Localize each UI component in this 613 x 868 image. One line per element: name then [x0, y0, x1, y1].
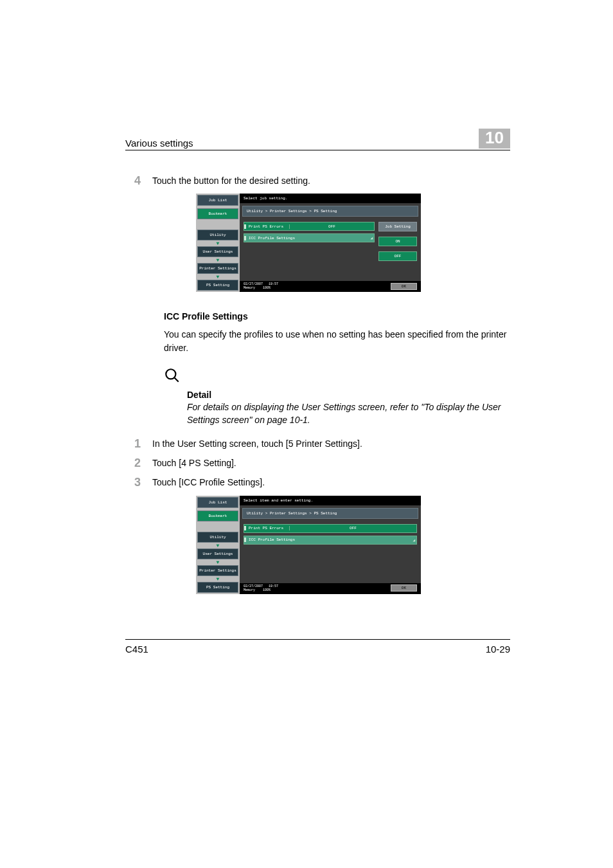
print-ps-errors-state: OFF: [289, 224, 374, 229]
step-2: 2 Touch [4 PS Setting].: [125, 457, 510, 470]
step-1: 1 In the User Setting screen, touch [5 P…: [125, 438, 510, 451]
panel-footer-meta: 02/27/2007 19:57 Memory 100%: [244, 282, 278, 290]
chevron-down-icon: ▼: [197, 559, 238, 565]
on-button[interactable]: ON: [378, 237, 417, 246]
ps-setting-button[interactable]: PS Setting: [197, 280, 238, 291]
footer-memory-label: Memory: [244, 588, 255, 592]
chevron-down-icon: ▼: [197, 240, 238, 246]
chevron-down-icon: ▼: [197, 257, 238, 263]
submenu-icon: ◢: [413, 538, 416, 543]
user-settings-button[interactable]: User Settings: [197, 246, 238, 257]
bookmark-button[interactable]: Bookmark: [197, 511, 238, 521]
magnifier-icon: [164, 367, 510, 388]
footer-model: C451: [125, 644, 148, 655]
note-text: For details on displaying the User Setti…: [187, 401, 510, 426]
job-list-button[interactable]: Job List: [197, 195, 238, 206]
footer-memory-pct: 100%: [263, 588, 271, 592]
chapter-number: 10: [479, 129, 510, 149]
step-text: Touch [ICC Profile Settings].: [152, 476, 265, 489]
step-text: In the User Setting screen, touch [5 Pri…: [152, 438, 362, 451]
printer-settings-button[interactable]: Printer Settings: [197, 565, 238, 576]
print-ps-errors-label: Print PS Errors: [244, 526, 289, 530]
icc-label: ICC Profile Settings: [244, 538, 413, 542]
page-footer: C451 10-29: [125, 639, 510, 655]
icc-profile-heading: ICC Profile Settings: [164, 311, 510, 321]
touch-panel-b: Job List Bookmark Utility ▼ User Setting…: [196, 496, 510, 594]
icc-profile-description: You can specify the profiles to use when…: [164, 328, 510, 354]
touch-panel-a: Job List Bookmark Utility ▼ User Setting…: [196, 194, 510, 292]
step-number: 1: [125, 438, 141, 451]
ok-button[interactable]: OK: [391, 584, 417, 592]
footer-page: 10-29: [486, 644, 510, 655]
svg-point-0: [166, 369, 175, 379]
breadcrumb: Utility > Printer Settings > PS Setting: [242, 508, 418, 519]
bookmark-button[interactable]: Bookmark: [197, 208, 238, 219]
job-setting-label: Job Setting: [378, 222, 417, 231]
print-ps-errors-button[interactable]: Print PS Errors OFF: [244, 524, 417, 533]
chevron-down-icon: ▼: [197, 543, 238, 548]
panel-prompt: Select job setting.: [240, 194, 421, 203]
user-settings-button[interactable]: User Settings: [197, 548, 238, 559]
panel-prompt: Select item and enter setting.: [240, 496, 421, 505]
utility-button[interactable]: Utility: [197, 230, 238, 240]
submenu-icon: ◢: [370, 235, 374, 240]
breadcrumb: Utility > Printer Settings > PS Setting: [242, 206, 418, 217]
step-number: 2: [125, 457, 141, 470]
icc-profile-settings-button[interactable]: ICC Profile Settings ◢: [244, 536, 417, 545]
page-header: Various settings 10: [125, 129, 510, 150]
job-list-button[interactable]: Job List: [197, 497, 238, 508]
header-title: Various settings: [125, 138, 193, 149]
off-button[interactable]: OFF: [378, 251, 417, 261]
step-number: 4: [125, 175, 141, 188]
step-number: 3: [125, 476, 141, 489]
step-3: 3 Touch [ICC Profile Settings].: [125, 476, 510, 489]
print-ps-errors-button[interactable]: Print PS Errors OFF: [244, 222, 375, 231]
print-ps-errors-label: Print PS Errors: [244, 224, 289, 229]
print-ps-errors-state: OFF: [289, 526, 416, 530]
step-text: Touch the button for the desired setting…: [152, 175, 310, 188]
chevron-down-icon: ▼: [197, 274, 238, 280]
ok-button[interactable]: OK: [391, 283, 417, 290]
icc-label: ICC Profile Settings: [244, 236, 370, 240]
step-4: 4 Touch the button for the desired setti…: [125, 175, 510, 188]
icc-profile-settings-button[interactable]: ICC Profile Settings ◢: [244, 233, 375, 242]
footer-memory-pct: 100%: [263, 286, 271, 290]
utility-button[interactable]: Utility: [197, 532, 238, 543]
panel-footer-meta: 02/27/2007 19:57 Memory 100%: [244, 584, 278, 592]
footer-memory-label: Memory: [244, 286, 255, 290]
ps-setting-button[interactable]: PS Setting: [197, 582, 238, 593]
svg-line-1: [174, 377, 179, 382]
printer-settings-button[interactable]: Printer Settings: [197, 263, 238, 274]
note-title: Detail: [187, 390, 510, 400]
chevron-down-icon: ▼: [197, 576, 238, 582]
step-text: Touch [4 PS Setting].: [152, 457, 236, 470]
